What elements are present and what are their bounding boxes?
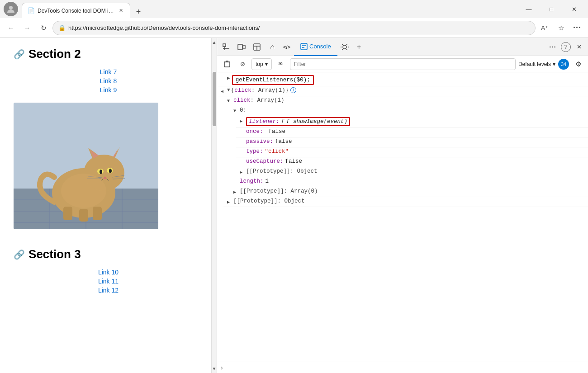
bug-icon[interactable]	[337, 40, 352, 54]
command-text: getEventListeners($0);	[236, 77, 310, 83]
console-tab-label: Console	[309, 43, 331, 50]
expand-triangle[interactable]: ▼	[227, 87, 230, 93]
svg-point-0	[9, 6, 13, 9]
forward-button[interactable]: →	[20, 21, 34, 35]
result-line: ◀ ▼ {click: Array(1)} i	[217, 86, 588, 96]
filter-input[interactable]	[290, 58, 516, 70]
section3-heading: 🔗 Section 3	[14, 247, 203, 261]
scrollbar-thumb[interactable]	[213, 72, 216, 126]
section3-title: Section 3	[28, 247, 81, 261]
prototype-obj2-arrow[interactable]: ▶	[227, 199, 233, 205]
click-array-text: click: Array(1)	[233, 97, 285, 104]
devtools-tabs: ⌂ </> Console +	[265, 38, 545, 56]
console-output: ▶ ▶ getEventListeners($0); ◀ ▼ {click: A…	[217, 72, 588, 362]
vertical-scrollbar[interactable]: ▲ ▼	[211, 38, 217, 373]
add-tool-button[interactable]: +	[352, 40, 366, 54]
click-array-line: ▼ click: Array(1)	[223, 96, 588, 106]
tab-close-button[interactable]: ✕	[117, 7, 124, 14]
code-tab[interactable]: </>	[280, 40, 294, 54]
help-button[interactable]: ?	[561, 42, 571, 52]
prototype-array-text: [[Prototype]]: Array(0)	[240, 188, 318, 194]
favorites-button[interactable]: ☆	[554, 21, 568, 35]
tab-favicon: 📄	[28, 7, 35, 14]
listener-label: listener:	[249, 118, 280, 125]
more-tools-button[interactable]: ···	[545, 40, 560, 54]
link-9[interactable]: Link 9	[14, 86, 203, 94]
back-button[interactable]: ←	[4, 21, 18, 35]
passive-label: passive:	[246, 138, 273, 145]
refresh-button[interactable]: ↻	[36, 21, 51, 35]
browser-tab[interactable]: 📄 DevTools Console tool DOM inte ✕	[22, 3, 130, 18]
prototype-obj2-text: [[Prototype]]: Object	[233, 198, 305, 204]
nav-bar: ← → ↻ 🔒 https://microsoftedge.github.io/…	[0, 18, 588, 38]
console-tab[interactable]: Console	[294, 38, 337, 56]
index-0-arrow[interactable]: ▼	[233, 109, 240, 113]
nav-right: A⁺ ☆ ···	[537, 21, 584, 35]
info-icon: i	[290, 87, 296, 93]
prototype-array-arrow[interactable]: ▶	[233, 189, 240, 195]
svg-rect-25	[79, 209, 88, 222]
close-devtools-button[interactable]: ✕	[572, 40, 586, 54]
settings-button[interactable]: ⚙	[572, 58, 584, 71]
link-11[interactable]: Link 11	[14, 278, 203, 285]
new-tab-button[interactable]: +	[132, 5, 145, 18]
usecapture-value: false	[285, 158, 303, 165]
usecapture-label: useCapture:	[246, 158, 284, 165]
listener-arrow[interactable]: ▶	[240, 118, 246, 124]
link-12[interactable]: Link 12	[14, 287, 203, 294]
maximize-button[interactable]: □	[541, 2, 562, 16]
result-collapse-arrow[interactable]: ◀	[221, 89, 227, 94]
cat-image	[14, 103, 158, 229]
scroll-down-arrow[interactable]: ▼	[212, 366, 217, 371]
listener-func: f showImage(event)	[286, 118, 347, 125]
link-8[interactable]: Link 8	[14, 77, 203, 85]
svg-rect-26	[93, 207, 102, 220]
index-0-line: ▼ 0:	[230, 106, 588, 116]
url-text: https://microsoftedge.github.io/Demos/de…	[68, 24, 530, 31]
more-button[interactable]: ···	[570, 21, 584, 35]
eye-button[interactable]: 👁	[275, 58, 287, 71]
passive-value: false	[275, 138, 292, 145]
tab-title: DevTools Console tool DOM inte	[38, 8, 114, 14]
clear-console-button[interactable]	[221, 58, 233, 71]
svg-rect-31	[238, 44, 242, 50]
once-label: once:	[246, 128, 263, 135]
inspector-tool-button[interactable]	[219, 40, 233, 54]
section3-link-icon: 🔗	[14, 249, 25, 260]
main-area: 🔗 Section 2 Link 7 Link 8 Link 9	[0, 38, 588, 373]
layout-tool-button[interactable]	[250, 40, 264, 54]
prototype-obj-text: [[Prototype]]: Object	[246, 168, 318, 175]
default-levels-label: Default levels	[518, 61, 551, 67]
no-entry-button[interactable]: ⊘	[236, 58, 249, 71]
home-tab[interactable]: ⌂	[265, 40, 280, 54]
scroll-up-arrow[interactable]: ▲	[212, 40, 217, 45]
index-0-text: 0:	[240, 107, 247, 113]
link-10[interactable]: Link 10	[14, 269, 203, 276]
minimize-button[interactable]: —	[518, 2, 539, 16]
length-line: ▶ length: 1	[230, 177, 588, 187]
section3-area: 🔗 Section 3 Link 10 Link 11 Link 12	[0, 247, 217, 294]
prototype-obj-arrow[interactable]: ▶	[240, 170, 246, 175]
tab-strip: 📄 DevTools Console tool DOM inte ✕ +	[22, 0, 518, 18]
passive-line: ▶ passive: false	[236, 137, 588, 147]
prototype-obj-line: ▶ [[Prototype]]: Object	[236, 167, 588, 177]
listener-line: ▶ listener: f f showImage(event)	[236, 116, 588, 127]
devtools-tools-right: ··· ? ✕	[545, 40, 586, 54]
command-line: ▶ ▶ getEventListeners($0);	[217, 74, 588, 86]
context-selector[interactable]: top ▾	[251, 58, 272, 70]
console-prompt-symbol: ›	[221, 364, 223, 371]
link-7[interactable]: Link 7	[14, 68, 203, 76]
console-input[interactable]	[227, 364, 584, 371]
read-aloud-button[interactable]: A⁺	[537, 21, 552, 35]
close-button[interactable]: ✕	[564, 2, 584, 16]
window-controls: — □ ✕	[518, 2, 584, 16]
default-levels-dropdown[interactable]: Default levels ▾	[518, 61, 555, 67]
context-label: top	[256, 61, 263, 67]
address-bar[interactable]: 🔒 https://microsoftedge.github.io/Demos/…	[52, 21, 536, 35]
svg-line-40	[342, 44, 343, 45]
lock-icon: 🔒	[58, 24, 66, 31]
device-emulation-button[interactable]	[234, 40, 249, 54]
click-array-arrow[interactable]: ▼	[227, 99, 233, 104]
title-bar-left	[4, 2, 22, 16]
listener-box: listener: f f showImage(event)	[246, 117, 350, 126]
